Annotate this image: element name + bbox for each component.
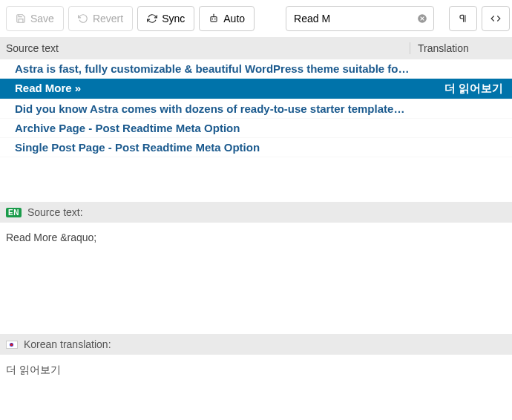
row-translation [410, 141, 506, 154]
pilcrow-button[interactable] [449, 6, 477, 31]
view-buttons [449, 6, 510, 31]
svg-point-2 [214, 19, 216, 20]
source-panel-header: EN Source text: [0, 202, 512, 223]
row-source: Read More » [15, 82, 410, 96]
save-icon [16, 13, 26, 24]
search-input[interactable] [286, 6, 434, 31]
clear-search-icon[interactable] [416, 13, 428, 24]
code-icon [490, 13, 501, 24]
pilcrow-icon [458, 13, 468, 24]
sync-label: Sync [162, 13, 185, 24]
table-row[interactable]: Read More »더 읽어보기 [0, 79, 512, 99]
toolbar: Save Revert Sync Auto [0, 0, 512, 37]
auto-button[interactable]: Auto [199, 6, 255, 31]
revert-label: Revert [93, 13, 123, 24]
robot-icon [209, 13, 219, 24]
svg-rect-0 [211, 17, 217, 22]
row-source: Did you know Astra comes with dozens of … [15, 102, 410, 115]
revert-button[interactable]: Revert [68, 6, 133, 31]
row-translation [410, 62, 506, 75]
translation-panel-label: Korean translation: [24, 338, 111, 350]
column-translation: Translation [410, 42, 506, 54]
svg-point-4 [214, 14, 214, 15]
translation-panel-body[interactable]: 더 읽어보기 [0, 355, 512, 386]
rows-list: Astra is fast, fully customizable & beau… [0, 59, 512, 157]
code-view-button[interactable] [482, 6, 510, 31]
lang-badge-en: EN [6, 208, 22, 217]
table-row[interactable]: Did you know Astra comes with dozens of … [0, 99, 512, 119]
source-panel-label: Source text: [27, 206, 83, 218]
translation-panel-header: Korean translation: [0, 334, 512, 355]
column-source: Source text [6, 42, 410, 54]
row-source: Single Post Page - Post Readtime Meta Op… [15, 141, 410, 154]
auto-label: Auto [223, 13, 245, 24]
search-wrap [286, 6, 434, 31]
table-row[interactable]: Single Post Page - Post Readtime Meta Op… [0, 138, 512, 157]
save-button[interactable]: Save [6, 6, 64, 31]
row-source: Archive Page - Post Readtime Meta Option [15, 122, 410, 134]
sync-icon [147, 13, 157, 24]
spacer [0, 157, 512, 202]
revert-icon [78, 13, 88, 24]
row-translation [410, 102, 506, 115]
flag-kr-icon [6, 341, 18, 349]
row-source: Astra is fast, fully customizable & beau… [15, 62, 410, 75]
save-label: Save [30, 13, 54, 24]
svg-point-1 [212, 19, 214, 20]
sync-button[interactable]: Sync [137, 6, 194, 31]
source-panel-body[interactable]: Read More &raquo; [0, 223, 512, 334]
table-header: Source text Translation [0, 37, 512, 59]
table-row[interactable]: Archive Page - Post Readtime Meta Option [0, 119, 512, 138]
row-translation: 더 읽어보기 [410, 82, 506, 96]
row-translation [410, 122, 506, 134]
table-row[interactable]: Astra is fast, fully customizable & beau… [0, 59, 512, 79]
